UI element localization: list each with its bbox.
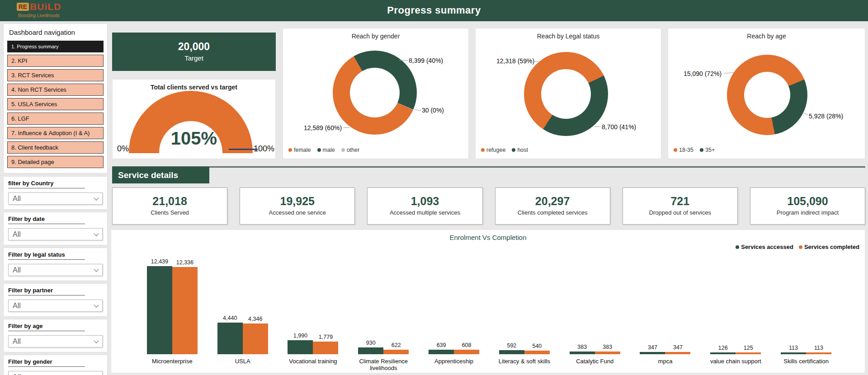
- filter-value: All: [13, 373, 21, 375]
- legend-label: other: [347, 147, 360, 153]
- bar-value-label: 639: [437, 342, 446, 348]
- filter-group: Filter by genderAll: [4, 355, 107, 375]
- bar-services-accessed[interactable]: [499, 350, 524, 354]
- sidebar-item-3[interactable]: 3. RCT Services: [7, 69, 104, 81]
- bar-group: 12,43912,336: [137, 257, 208, 354]
- bar-value-label: 1,990: [293, 333, 307, 339]
- sidebar-item-1[interactable]: 1. Progress summary: [7, 41, 104, 52]
- legend-item: other: [341, 147, 360, 153]
- category-label: Microenterprise: [137, 358, 208, 372]
- bar-value-label: 125: [744, 345, 753, 351]
- bar-services-completed[interactable]: [313, 342, 338, 354]
- category-axis: MicroenterpriseUSLAVocational trainingCl…: [137, 358, 841, 372]
- filter-label: Filter by age: [8, 323, 85, 331]
- legend-item: refugee: [481, 147, 505, 153]
- bar-services-accessed[interactable]: [147, 266, 172, 354]
- chevron-down-icon: [94, 338, 99, 343]
- filter-label: Filter by legal status: [8, 251, 85, 260]
- filter-select[interactable]: All: [8, 228, 103, 240]
- bar-value-label: 12,336: [176, 259, 193, 266]
- sidebar-item-4[interactable]: 4. Non RCT Services: [7, 84, 104, 96]
- legend-label: host: [517, 147, 528, 153]
- sidebar-item-5[interactable]: 5. USLA Services: [7, 98, 104, 110]
- bar-value-label: 383: [577, 344, 587, 350]
- chevron-down-icon: [94, 302, 99, 307]
- chart-title: Reach by age: [668, 33, 865, 40]
- legend-item: Services accessed: [736, 244, 793, 250]
- bar-value-label: 4,440: [223, 315, 237, 321]
- gauge-target-marker: [229, 149, 258, 150]
- bar-value-label: 113: [814, 345, 823, 351]
- filter-label: filter by Country: [8, 180, 85, 188]
- chart-legend: femalemaleother: [288, 147, 359, 153]
- bar-services-completed[interactable]: [736, 352, 761, 354]
- bar-chart-legend: Services accessedServices completed: [736, 244, 859, 250]
- bar-services-completed[interactable]: [383, 350, 409, 354]
- bar-services-accessed[interactable]: [429, 350, 454, 354]
- sidebar-item-2[interactable]: 2. KPI: [7, 55, 104, 67]
- bar-group: 383383: [560, 257, 630, 354]
- bar-services-accessed[interactable]: [640, 352, 665, 354]
- bar-services-accessed[interactable]: [710, 352, 736, 354]
- kpi-card: 721Dropped out of services: [623, 188, 738, 225]
- bar-group: 347347: [630, 257, 701, 354]
- kpi-value: 721: [623, 195, 737, 208]
- category-label: USLA: [208, 358, 278, 372]
- bar-group: 126125: [700, 257, 771, 354]
- sidebar-item-9[interactable]: 9. Detailed page: [7, 156, 104, 168]
- category-label: Vocational training: [278, 358, 349, 372]
- bar-services-accessed[interactable]: [288, 340, 313, 354]
- kpi-card: 19,925Accessed one service: [240, 188, 355, 225]
- bar-services-accessed[interactable]: [570, 352, 595, 354]
- kpi-label: Program indirect impact: [750, 209, 865, 216]
- donut-card-legal-status: Reach by Legal status 12,318 (59%) 8,700…: [475, 28, 661, 159]
- donut-chart-gender[interactable]: [333, 51, 417, 135]
- legend-dot-icon: [341, 148, 345, 152]
- legend-label: Services completed: [804, 244, 859, 250]
- bar-value-label: 383: [603, 344, 612, 350]
- bar-services-accessed[interactable]: [781, 352, 806, 354]
- legend-dot-icon: [799, 245, 802, 249]
- bar-services-completed[interactable]: [665, 352, 690, 354]
- bar-value-label: 347: [673, 344, 683, 351]
- legend-item: male: [317, 147, 335, 153]
- nav-items: 1. Progress summary2. KPI3. RCT Services…: [7, 41, 104, 168]
- kpi-label: Clients completed services: [495, 209, 610, 216]
- category-label: Apprenticeship: [419, 358, 489, 372]
- bar-chart-title: Enrolment Vs Completion: [111, 234, 865, 241]
- bar-services-completed[interactable]: [172, 267, 198, 354]
- bar-services-completed[interactable]: [454, 350, 479, 354]
- bar-group: 930622: [348, 257, 419, 354]
- filter-select[interactable]: All: [8, 264, 103, 276]
- filter-value: All: [13, 266, 21, 274]
- app-header: RE BUiLD Boosting Livelihoods Progress s…: [0, 0, 868, 21]
- bar-plot-area: 12,43912,3364,4404,3461,9901,77993062263…: [137, 257, 841, 354]
- legend-label: 35+: [705, 147, 715, 153]
- bar-services-accessed[interactable]: [358, 347, 383, 354]
- legend-dot-icon: [674, 148, 677, 152]
- filter-select[interactable]: All: [8, 192, 103, 205]
- bar-services-accessed[interactable]: [217, 323, 243, 354]
- donut-card-age: Reach by age 15,090 (72%) 5,928 (28%) 18…: [668, 28, 865, 159]
- legend-dot-icon: [736, 245, 739, 249]
- filter-select[interactable]: All: [8, 300, 103, 312]
- donut-chart-age[interactable]: [727, 55, 807, 135]
- target-value: 20,000: [112, 41, 276, 53]
- bar-services-completed[interactable]: [806, 352, 831, 354]
- sidebar-item-7[interactable]: 7. Influence & Adoption (I & A): [7, 127, 104, 139]
- filter-select[interactable]: All: [8, 335, 103, 347]
- slice-label: 5,928 (28%): [809, 112, 843, 120]
- kpi-label: Clients Served: [113, 209, 227, 216]
- bar-services-completed[interactable]: [524, 351, 550, 354]
- kpi-value: 19,925: [240, 195, 354, 208]
- bar-services-completed[interactable]: [595, 352, 620, 354]
- donut-chart-legal-status[interactable]: [524, 52, 608, 136]
- legend-item: 18-35: [674, 147, 693, 153]
- sidebar-item-6[interactable]: 6. LGF: [7, 112, 104, 125]
- category-label: mpca: [630, 358, 701, 372]
- filter-group: filter by CountryAll: [4, 177, 107, 209]
- bar-services-completed[interactable]: [243, 323, 268, 354]
- sidebar-item-8[interactable]: 8. Client feedback: [7, 141, 104, 154]
- page-title: Progress summary: [0, 5, 868, 16]
- filter-select[interactable]: All: [8, 371, 103, 375]
